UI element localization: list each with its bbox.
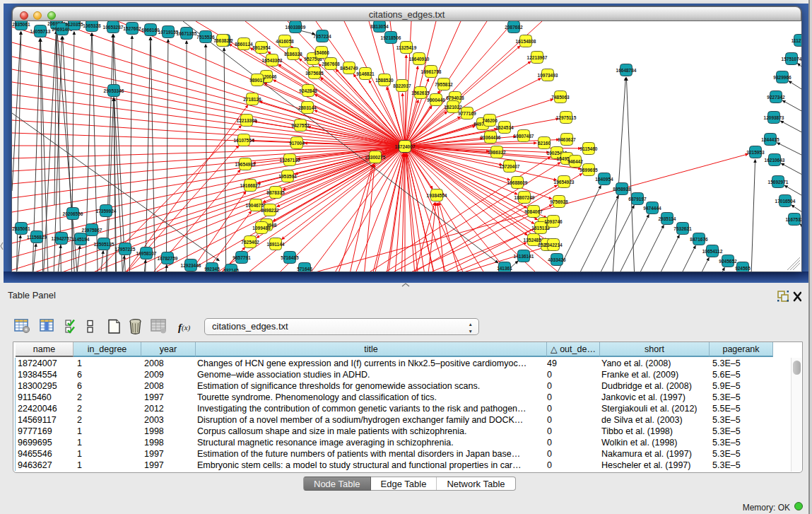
svg-text:23975867: 23975867 (82, 228, 102, 233)
svg-text:9756928: 9756928 (550, 199, 568, 204)
svg-text:17359924: 17359924 (96, 209, 117, 214)
svg-text:2835061: 2835061 (12, 226, 30, 231)
svg-text:10653287: 10653287 (103, 25, 124, 30)
svg-text:16782759: 16782759 (158, 256, 178, 261)
svg-text:18807249: 18807249 (514, 195, 535, 200)
svg-text:571648: 571648 (297, 267, 312, 271)
svg-text:9699695: 9699695 (579, 168, 598, 173)
svg-text:1691144: 1691144 (267, 242, 285, 247)
svg-text:12213967: 12213967 (527, 55, 548, 60)
svg-text:12975115: 12975115 (556, 115, 577, 120)
svg-text:9900448: 9900448 (427, 98, 445, 103)
svg-text:7485063: 7485063 (551, 95, 570, 100)
svg-text:2087682: 2087682 (505, 25, 523, 30)
svg-text:20206556: 20206556 (63, 211, 83, 216)
svg-text:8454749: 8454749 (340, 66, 358, 71)
svg-text:924565: 924565 (735, 266, 751, 271)
svg-text:1527602: 1527602 (123, 26, 141, 31)
svg-text:29053346: 29053346 (104, 88, 124, 93)
svg-text:992345: 992345 (204, 267, 220, 271)
svg-text:1145194: 1145194 (72, 237, 90, 242)
svg-text:9777169: 9777169 (458, 111, 476, 116)
svg-text:1167533: 1167533 (786, 217, 801, 222)
svg-text:1112733: 1112733 (792, 38, 801, 43)
svg-text:18640910: 18640910 (409, 57, 430, 62)
svg-text:19654923: 19654923 (554, 180, 575, 185)
svg-text:8471676: 8471676 (690, 237, 708, 242)
svg-text:19384554: 19384554 (427, 193, 447, 198)
svg-text:8813054: 8813054 (370, 24, 389, 29)
svg-text:16210643: 16210643 (765, 158, 785, 163)
svg-text:10719155: 10719155 (158, 30, 179, 35)
svg-text:4033426: 4033426 (548, 257, 566, 262)
svg-text:16107554: 16107554 (234, 138, 254, 143)
svg-text:13267130: 13267130 (280, 158, 300, 163)
svg-text:8878335: 8878335 (266, 190, 285, 195)
svg-text:19218506: 19218506 (381, 35, 401, 40)
svg-text:12093873: 12093873 (764, 115, 784, 120)
svg-text:9329966: 9329966 (773, 75, 792, 80)
svg-text:2867608: 2867608 (322, 62, 340, 66)
svg-text:1099488: 1099488 (252, 226, 271, 230)
svg-text:3675685: 3675685 (305, 71, 324, 76)
svg-text:7515526: 7515526 (196, 35, 215, 40)
svg-text:989017: 989017 (249, 78, 265, 83)
svg-text:1640954: 1640954 (595, 177, 613, 182)
svg-text:19654983: 19654983 (235, 162, 256, 167)
svg-text:6966160: 6966160 (141, 28, 160, 33)
svg-text:11156829: 11156829 (27, 235, 47, 240)
svg-text:7986322: 7986322 (488, 150, 506, 155)
svg-text:12942757: 12942757 (52, 236, 72, 241)
svg-text:10046758: 10046758 (246, 203, 266, 208)
svg-text:15692971: 15692971 (768, 180, 789, 185)
svg-text:154666: 154666 (314, 50, 329, 55)
svg-text:2718126: 2718126 (243, 97, 261, 102)
svg-text:16033809: 16033809 (286, 25, 306, 30)
svg-text:12923448: 12923448 (181, 263, 201, 268)
svg-text:10654112: 10654112 (702, 249, 723, 254)
svg-text:17016504: 17016504 (775, 199, 796, 204)
svg-text:12213369: 12213369 (237, 118, 257, 123)
svg-text:8186328: 8186328 (284, 52, 302, 57)
svg-text:1588520: 1588520 (375, 78, 394, 83)
svg-text:9120355: 9120355 (65, 22, 83, 27)
svg-text:9242848: 9242848 (299, 88, 317, 93)
svg-text:1065328: 1065328 (83, 23, 101, 28)
svg-text:19166827: 19166827 (240, 183, 261, 188)
svg-text:832145: 832145 (223, 268, 239, 271)
svg-text:9857791: 9857791 (233, 255, 251, 260)
svg-text:20364436: 20364436 (481, 135, 501, 140)
svg-text:14055713: 14055713 (30, 29, 51, 34)
svg-text:9115460: 9115460 (580, 146, 598, 151)
svg-text:4416058: 4416058 (276, 39, 294, 44)
svg-text:746206: 746206 (482, 118, 498, 123)
svg-text:16648784: 16648784 (616, 68, 637, 73)
svg-text:1562615: 1562615 (411, 90, 430, 95)
svg-text:2803144: 2803144 (298, 105, 317, 110)
svg-text:14136141: 14136141 (514, 254, 534, 259)
svg-text:1621022: 1621022 (444, 105, 462, 110)
svg-text:7625402: 7625402 (241, 240, 259, 245)
svg-text:1244415: 1244415 (761, 137, 779, 142)
svg-text:16671355: 16671355 (177, 31, 197, 36)
svg-text:17957225: 17957225 (115, 247, 136, 252)
svg-text:946442: 946442 (567, 159, 583, 164)
svg-text:16543362: 16543362 (262, 58, 283, 63)
svg-text:3215953: 3215953 (746, 150, 765, 155)
svg-text:18724007: 18724007 (395, 144, 416, 149)
svg-text:16154808: 16154808 (516, 39, 536, 44)
svg-text:7357224: 7357224 (313, 34, 331, 39)
svg-text:6879197: 6879197 (628, 197, 647, 201)
svg-text:8660124: 8660124 (235, 42, 253, 47)
svg-text:9084067: 9084067 (524, 209, 543, 214)
svg-text:917004: 917004 (289, 141, 305, 146)
svg-text:7663822: 7663822 (213, 38, 232, 43)
svg-text:2342214: 2342214 (544, 243, 563, 247)
svg-text:7955812: 7955812 (435, 82, 453, 87)
svg-text:1615132: 1615132 (531, 226, 550, 230)
svg-text:6794028: 6794028 (446, 95, 464, 100)
svg-text:8958928: 8958928 (613, 187, 631, 192)
svg-text:1093746: 1093746 (544, 219, 563, 224)
svg-text:9474444: 9474444 (643, 206, 661, 211)
svg-text:9245652: 9245652 (719, 259, 737, 264)
